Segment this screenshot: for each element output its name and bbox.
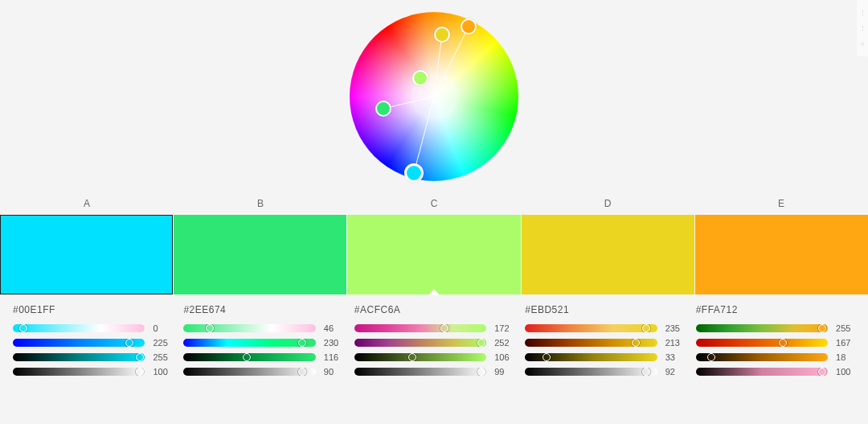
slider[interactable] [13, 324, 145, 332]
slider[interactable] [696, 339, 828, 347]
wheel-base-handle[interactable] [404, 163, 424, 183]
detail-col-b: #2EE674 46 230 116 90 [183, 304, 342, 381]
slider[interactable] [354, 324, 486, 332]
base-color-indicator-icon [428, 289, 440, 295]
swatch-d[interactable] [522, 215, 694, 294]
right-toolbar-fragment: ⋮ ⋮ ○ [857, 0, 868, 56]
swatch-label: E [694, 198, 868, 214]
swatch-e[interactable] [695, 215, 868, 294]
slider-value[interactable]: 167 [828, 338, 855, 348]
slider-value[interactable]: 172 [486, 323, 514, 333]
slider-value[interactable]: 252 [486, 338, 514, 348]
slider-value[interactable]: 33 [657, 352, 685, 362]
slider[interactable] [696, 324, 828, 332]
toolbar-glyph-icon: ⋮ [860, 25, 866, 31]
slider[interactable] [354, 353, 486, 361]
slider[interactable] [13, 339, 145, 347]
detail-col-c: #ACFC6A 172 252 106 99 [354, 304, 514, 381]
color-details-row: #00E1FF 0 225 255 100 #2EE674 46 230 116… [0, 294, 868, 381]
detail-col-a: #00E1FF 0 225 255 100 [13, 304, 172, 381]
slider[interactable] [525, 353, 657, 361]
slider[interactable] [525, 368, 657, 376]
slider-value[interactable]: 116 [316, 352, 343, 362]
slider[interactable] [183, 324, 315, 332]
slider-value[interactable]: 213 [657, 338, 685, 348]
slider[interactable] [183, 368, 315, 376]
hex-value[interactable]: #EBD521 [525, 304, 684, 315]
slider[interactable] [525, 324, 657, 332]
slider-value[interactable]: 100 [145, 367, 172, 377]
wheel-handle[interactable] [375, 101, 391, 117]
slider-value[interactable]: 46 [316, 323, 343, 333]
slider[interactable] [183, 339, 315, 347]
hex-value[interactable]: #ACFC6A [354, 304, 514, 315]
slider[interactable] [183, 353, 315, 361]
slider[interactable] [696, 368, 828, 376]
slider-value[interactable]: 106 [486, 352, 514, 362]
slider-value[interactable]: 230 [316, 338, 343, 348]
slider[interactable] [354, 368, 486, 376]
slider[interactable] [13, 353, 145, 361]
slider[interactable] [696, 353, 828, 361]
detail-col-d: #EBD521 235 213 33 92 [525, 304, 684, 381]
wheel-handle[interactable] [461, 19, 477, 35]
slider-value[interactable]: 99 [486, 367, 514, 377]
hex-value[interactable]: #00E1FF [13, 304, 172, 315]
slider-value[interactable]: 235 [657, 323, 685, 333]
hex-value[interactable]: #FFA712 [696, 304, 855, 315]
slider-value[interactable]: 255 [145, 352, 172, 362]
swatch-row [0, 214, 868, 294]
wheel-handle[interactable] [412, 70, 428, 86]
slider[interactable] [13, 368, 145, 376]
hex-value[interactable]: #2EE674 [183, 304, 342, 315]
swatch-a[interactable] [0, 215, 173, 294]
swatch-b[interactable] [174, 215, 346, 294]
toolbar-glyph-icon: ○ [861, 41, 864, 47]
swatch-labels-row: A B C D E [0, 193, 868, 214]
wheel-line [434, 35, 442, 97]
slider[interactable] [525, 339, 657, 347]
toolbar-glyph-icon: ⋮ [860, 10, 866, 16]
swatch-label: C [347, 198, 521, 214]
swatch-c[interactable] [347, 215, 520, 294]
slider-value[interactable]: 90 [316, 367, 343, 377]
wheel-line [414, 97, 434, 173]
color-wheel-area [0, 0, 868, 193]
slider-value[interactable]: 225 [145, 338, 172, 348]
slider-value[interactable]: 18 [828, 352, 855, 362]
swatch-label: B [174, 198, 347, 214]
slider-value[interactable]: 92 [657, 367, 685, 377]
swatch-label: D [521, 198, 694, 214]
swatch-label: A [0, 198, 174, 214]
wheel-handle[interactable] [434, 27, 450, 43]
slider-value[interactable]: 100 [828, 367, 855, 377]
color-wheel[interactable] [350, 12, 518, 181]
detail-col-e: #FFA712 255 167 18 100 [696, 304, 855, 381]
slider[interactable] [354, 339, 486, 347]
slider-value[interactable]: 0 [145, 323, 172, 333]
slider-value[interactable]: 255 [828, 323, 855, 333]
